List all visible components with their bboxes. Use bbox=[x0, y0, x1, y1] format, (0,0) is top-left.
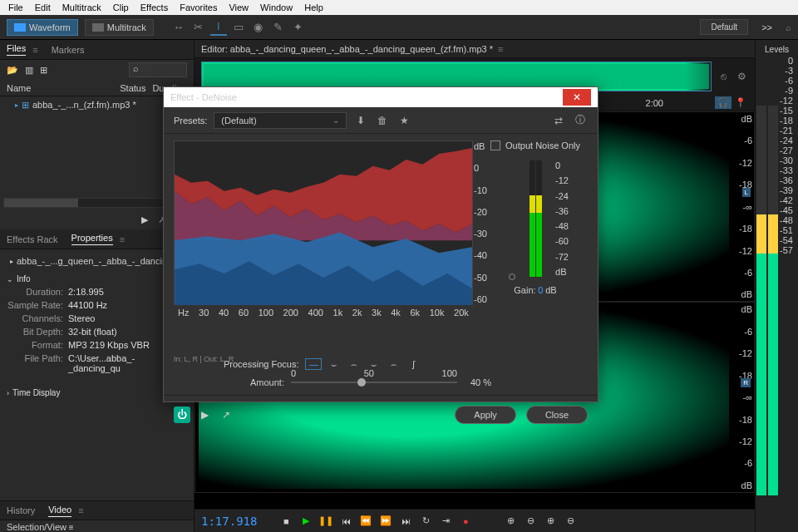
focus-label: Processing Focus: bbox=[224, 359, 298, 369]
srate-label: Sample Rate: bbox=[7, 300, 68, 310]
bottom-panel-tabs: History Video ≡ bbox=[0, 500, 194, 520]
menu-effects[interactable]: Effects bbox=[135, 2, 173, 13]
dialog-titlebar[interactable]: Effect - DeNoise ✕ bbox=[164, 87, 598, 107]
preview-play-button[interactable]: ▶ bbox=[197, 407, 212, 422]
spectrum-graph[interactable]: dB0-10-20-30-40-50-60 Hz3040601002004001… bbox=[174, 140, 473, 305]
bitdepth-label: Bit Depth: bbox=[7, 327, 68, 337]
dialog-footer: ⏻ ▶ ↗ Apply Close bbox=[164, 395, 598, 433]
zoom-out-button[interactable]: ⊖ bbox=[523, 514, 538, 529]
favorite-icon[interactable]: ★ bbox=[397, 113, 411, 128]
loop-button[interactable]: ↻ bbox=[418, 514, 433, 529]
time-tick: 2:00 bbox=[646, 98, 663, 108]
menu-file[interactable]: File bbox=[3, 2, 28, 13]
slider-thumb[interactable] bbox=[357, 378, 366, 387]
channel-label-right: R bbox=[741, 378, 751, 387]
db-scale-right: dB-6-12-18-∞-18-12-6dB bbox=[732, 304, 752, 490]
tool-razor-icon[interactable]: ✂ bbox=[190, 19, 207, 36]
tool-brush-icon[interactable]: ✎ bbox=[270, 19, 287, 36]
tab-selection-view[interactable]: Selection/View ≡ bbox=[0, 520, 194, 532]
gain-unit: dB bbox=[545, 285, 556, 295]
rewind-button[interactable]: ⏪ bbox=[358, 514, 373, 529]
add-file-icon[interactable]: ⊞ bbox=[40, 65, 47, 76]
info-header[interactable]: Info bbox=[7, 269, 187, 285]
tool-time-select-icon[interactable]: I bbox=[210, 19, 227, 36]
workspace-dropdown[interactable]: Default bbox=[700, 19, 748, 35]
channels-label: Channels: bbox=[7, 313, 68, 323]
presets-dropdown[interactable]: (Default) bbox=[214, 112, 347, 129]
tab-properties[interactable]: Properties bbox=[71, 233, 113, 245]
headphone-icon[interactable]: 🎧 bbox=[715, 96, 732, 109]
overview-link-icon[interactable]: ⎋ bbox=[717, 70, 730, 83]
menu-multitrack[interactable]: Multitrack bbox=[57, 2, 106, 13]
col-status[interactable]: Status bbox=[120, 83, 145, 93]
zoom-time-out-icon[interactable]: ⊖ bbox=[563, 514, 578, 529]
skip-button[interactable]: ⇥ bbox=[438, 514, 453, 529]
record-button[interactable]: ● bbox=[458, 514, 473, 529]
zoom-in-button[interactable]: ⊕ bbox=[503, 514, 518, 529]
overview-gear-icon[interactable]: ⚙ bbox=[735, 70, 748, 83]
zoom-time-in-icon[interactable]: ⊕ bbox=[543, 514, 558, 529]
play-button[interactable]: ▶ bbox=[298, 514, 313, 529]
gain-knob[interactable] bbox=[509, 273, 515, 280]
channel-label-left: L bbox=[742, 188, 751, 197]
multitrack-icon bbox=[92, 23, 104, 32]
gain-label: Gain: bbox=[514, 285, 535, 295]
presets-label: Presets: bbox=[174, 116, 207, 126]
preview-play-icon[interactable]: ▶ bbox=[141, 214, 148, 225]
menu-help[interactable]: Help bbox=[299, 2, 328, 13]
file-search-input[interactable]: ⌕ bbox=[129, 62, 187, 77]
apply-button[interactable]: Apply bbox=[455, 406, 516, 424]
tab-files[interactable]: Files bbox=[7, 43, 26, 56]
mode-waveform-button[interactable]: Waveform bbox=[7, 19, 78, 36]
preview-loop-button[interactable]: ↗ bbox=[219, 407, 234, 422]
search-icon[interactable]: ⌕ bbox=[786, 22, 791, 32]
power-button[interactable]: ⏻ bbox=[174, 406, 190, 423]
col-name[interactable]: Name bbox=[7, 83, 120, 93]
mode-multitrack-label: Multitrack bbox=[107, 22, 146, 32]
close-button[interactable]: ✕ bbox=[563, 89, 591, 106]
toolbar-expand-button[interactable]: >> bbox=[755, 22, 779, 32]
ffwd-button[interactable]: ⏩ bbox=[378, 514, 393, 529]
amount-value[interactable]: 40 % bbox=[470, 377, 491, 387]
io-label: In: L, R | Out: L, R bbox=[174, 355, 234, 363]
tab-history[interactable]: History bbox=[7, 505, 35, 515]
delete-preset-icon[interactable]: 🗑 bbox=[375, 113, 390, 128]
menu-favorites[interactable]: Favorites bbox=[175, 2, 222, 13]
stop-button[interactable]: ■ bbox=[278, 514, 293, 529]
time-display-header[interactable]: Time Display bbox=[7, 383, 187, 399]
info-icon[interactable]: ⓘ bbox=[573, 113, 588, 128]
next-button[interactable]: ⏭ bbox=[398, 514, 413, 529]
menu-clip[interactable]: Clip bbox=[108, 2, 134, 13]
level-meters bbox=[756, 106, 790, 495]
tab-effects-rack[interactable]: Effects Rack bbox=[7, 234, 58, 244]
tab-markers[interactable]: Markers bbox=[52, 45, 85, 55]
amount-slider[interactable]: 050100 bbox=[291, 377, 457, 388]
tab-video[interactable]: Video bbox=[48, 505, 71, 517]
output-noise-checkbox[interactable]: Output Noise Only bbox=[490, 140, 580, 150]
open-file-icon[interactable]: 📂 bbox=[7, 65, 18, 76]
editor-tab[interactable]: Editor: abba_-_dancing_queen_-_abba_-_da… bbox=[195, 40, 755, 58]
time-display: 1:17.918 bbox=[201, 515, 257, 528]
tool-marquee-icon[interactable]: ▭ bbox=[230, 19, 247, 36]
menu-view[interactable]: View bbox=[224, 2, 254, 13]
settings-icon[interactable]: ⇄ bbox=[551, 113, 566, 128]
format-value: MP3 219 Kbps VBR bbox=[68, 340, 150, 350]
mode-multitrack-button[interactable]: Multitrack bbox=[85, 19, 154, 36]
tool-icons-group: ↔ ✂ I ▭ ◉ ✎ ✦ bbox=[170, 19, 307, 36]
prev-button[interactable]: ⏮ bbox=[338, 514, 353, 529]
gain-value[interactable]: 0 bbox=[538, 285, 543, 295]
pause-button[interactable]: ❚❚ bbox=[318, 514, 333, 529]
save-preset-icon[interactable]: ⬇ bbox=[353, 113, 368, 128]
menu-window[interactable]: Window bbox=[255, 2, 298, 13]
close-dialog-button[interactable]: Close bbox=[526, 406, 588, 424]
new-file-icon[interactable]: ▥ bbox=[25, 65, 33, 76]
props-file-name: abba_-_...g_queen_-_abba_-_dancin bbox=[17, 256, 167, 266]
tool-spot-heal-icon[interactable]: ✦ bbox=[290, 19, 307, 36]
bitdepth-value: 32-bit (float) bbox=[68, 327, 117, 337]
pin-icon[interactable]: 📍 bbox=[735, 97, 746, 108]
menu-edit[interactable]: Edit bbox=[30, 2, 56, 13]
tool-lasso-icon[interactable]: ◉ bbox=[250, 19, 267, 36]
tool-move-icon[interactable]: ↔ bbox=[170, 19, 187, 36]
files-panel-tabs: Files ≡ Markers bbox=[0, 40, 194, 60]
editor-tab-label: Editor: abba_-_dancing_queen_-_abba_-_da… bbox=[201, 44, 493, 54]
